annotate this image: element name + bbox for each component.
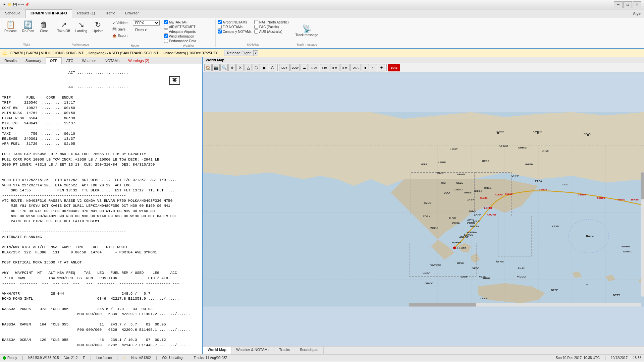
wx-text: WX: Updating: [162, 356, 183, 360]
map-zoom-in-button[interactable]: 🔍: [220, 64, 228, 71]
pfpx-dropdown[interactable]: PFPX: [133, 20, 160, 26]
map-title: World Map: [203, 57, 644, 63]
map-ifr2-button[interactable]: IFR: [340, 64, 350, 71]
airport-notams-checkbox[interactable]: Airport NOTAMs: [218, 20, 252, 24]
ribbon-tabs: Schedule CPA870 VHHH-KSFO Results (1) Tr…: [0, 9, 644, 18]
landing-button[interactable]: ↘ Landing: [73, 20, 90, 34]
svg-text:NTTT: NTTT: [613, 294, 620, 297]
svg-text:UEMO: UEMO: [454, 188, 463, 191]
map-loy-button[interactable]: LOY: [279, 64, 290, 71]
svg-text:UIAA: UIAA: [444, 191, 450, 194]
map-select-button[interactable]: ✕: [236, 64, 244, 71]
tab-atc[interactable]: ATC: [62, 57, 77, 64]
performance-group: ↗ Take-Off ↘ Landing ↻ Update Performanc…: [53, 19, 108, 47]
tab-browser[interactable]: Browser: [120, 9, 144, 18]
tab-summary[interactable]: Summary: [21, 57, 46, 64]
app-icon: ✈: [3, 2, 6, 7]
metar-taf-checkbox[interactable]: METAR/TAF: [164, 20, 213, 24]
close-button[interactable]: ✕: [633, 1, 641, 8]
svg-text:UIB: UIB: [441, 181, 446, 184]
tab-results[interactable]: Results (1): [72, 9, 100, 18]
company-notams-checkbox[interactable]: Company NOTAMs: [218, 29, 252, 34]
tab-ofp[interactable]: OFP: [46, 57, 62, 64]
map-low-button[interactable]: LOW: [290, 64, 300, 71]
tab-weather-notams[interactable]: Weather & NOTAMs: [231, 347, 274, 354]
map-tam-button[interactable]: TAM: [309, 64, 319, 71]
svg-text:VMFC: VMFC: [423, 272, 430, 275]
svg-text:PORFP: PORFP: [452, 241, 462, 244]
map-arrow-button[interactable]: ↔: [370, 64, 377, 71]
map-fir-button[interactable]: FIR: [320, 64, 329, 71]
airmet-sigmet-checkbox[interactable]: AIRMET/SIGMET: [164, 25, 213, 29]
map-hex-button[interactable]: ⬡: [253, 64, 260, 71]
map-uta-button[interactable]: UTA: [350, 64, 361, 71]
flight-label: Flight: [2, 42, 51, 46]
map-cloud-button[interactable]: ☁: [301, 64, 308, 71]
replan-button[interactable]: 🔄 Re-Plan: [20, 20, 37, 34]
export-button[interactable]: 📤 Export: [110, 33, 130, 39]
adequate-airports-checkbox[interactable]: Adequate Airports: [164, 29, 213, 34]
release-flight-button[interactable]: Release Flight: [224, 50, 254, 56]
titlebar: ✈ 📁 💾 ↩ ↪ 📌 ─ □ ✕: [0, 0, 644, 9]
svg-text:53N60: 53N60: [578, 193, 586, 196]
map-pressure-button[interactable]: 1041: [388, 64, 400, 71]
user-text: Lee Jason: [96, 356, 112, 360]
track-message-button[interactable]: 📡 Track message: [293, 24, 321, 38]
tab-results[interactable]: Results: [0, 57, 21, 64]
map-container[interactable]: 41E20 41E40 41E60 41N70 53N60 58N50 38N4…: [203, 72, 644, 346]
map-text-button[interactable]: A: [269, 64, 276, 71]
svg-text:UHMM: UHMM: [518, 146, 527, 149]
svg-text:ZMUB: ZMUB: [424, 201, 431, 204]
map-triangle-button[interactable]: △: [245, 64, 252, 71]
tab-cpa870[interactable]: CPA870 VHHH-KSFO: [25, 9, 72, 18]
release-button[interactable]: 📋 Release: [2, 20, 19, 34]
weather-label: Weather: [164, 43, 213, 47]
svg-text:VAAF: VAAF: [461, 275, 468, 278]
toolbar-separator-1: [277, 64, 278, 71]
svg-text:DHVV: DHVV: [469, 210, 477, 213]
ribbon-content: 📋 Release 🔄 Re-Plan 🗑 Clear Flight ↗: [0, 18, 644, 48]
svg-text:high: high: [562, 183, 568, 186]
map-zoom-out-button[interactable]: ⊖: [228, 64, 236, 71]
clear-button[interactable]: 🗑 Clear: [37, 20, 51, 34]
svg-rect-101: [409, 303, 476, 307]
svg-text:41N70: 41N70: [539, 188, 547, 191]
wind-information-checkbox[interactable]: Wind information: [164, 34, 213, 38]
svg-text:KZAK: KZAK: [552, 225, 559, 228]
aus-checkbox[interactable]: AUS (Australia): [254, 29, 289, 34]
tab-scratchpad[interactable]: Scratchpad: [295, 347, 324, 354]
maximize-button[interactable]: □: [623, 1, 632, 8]
map-camera-button[interactable]: 📷: [212, 64, 220, 71]
svg-text:VAPO73: VAPO73: [430, 263, 441, 266]
pac-checkbox[interactable]: PAC (Pacific): [254, 25, 289, 29]
tab-warnings[interactable]: Warnings (2): [124, 57, 154, 64]
nat-checkbox[interactable]: NAT (North Atlantic): [254, 20, 289, 24]
tab-schedule[interactable]: Schedule: [0, 9, 25, 18]
tab-notams[interactable]: NOTAMs: [100, 57, 124, 64]
ofp-content[interactable]: ACT ....... ....... ....... 英 ACT ......…: [0, 64, 202, 354]
tab-traffic[interactable]: Traffic: [100, 9, 120, 18]
save-button[interactable]: 💾 Save: [110, 26, 130, 32]
tab-weather[interactable]: Weather: [78, 57, 100, 64]
ribbon: Schedule CPA870 VHHH-KSFO Results (1) Tr…: [0, 9, 644, 49]
map-ifr1-button[interactable]: IFR: [330, 64, 339, 71]
map-play-button[interactable]: ▶: [261, 64, 268, 71]
performance-data-checkbox[interactable]: Performance Data: [164, 39, 213, 43]
map-plane-button[interactable]: ✈: [378, 64, 385, 71]
svg-text:58N50: 58N50: [597, 196, 605, 199]
warning-icon-status: ⚠: [123, 356, 126, 360]
map-home-button[interactable]: 🏠: [204, 64, 212, 71]
map-toolbar: 🏠 📷 🔍 ⊖ ✕ △ ⬡ ▶ A LOY LOW ☁ TAM FIR IFR …: [203, 63, 644, 72]
svg-point-96: [586, 235, 588, 237]
map-dot-button[interactable]: ●: [362, 64, 369, 71]
validate-button[interactable]: ✔ Validate: [110, 20, 130, 26]
tab-tracks[interactable]: Tracks: [274, 347, 295, 354]
minimize-button[interactable]: ─: [614, 1, 623, 8]
fields-button[interactable]: Fields ▾: [133, 27, 160, 33]
takeoff-button[interactable]: ↗ Take-Off: [55, 20, 72, 34]
svg-point-91: [473, 222, 475, 224]
tab-world-map[interactable]: World Map: [203, 347, 231, 354]
release-flight-dropdown[interactable]: ▾: [254, 50, 258, 56]
update-button[interactable]: ↻ Update: [90, 20, 106, 34]
fir-notams-checkbox[interactable]: FIR NOTAMs: [218, 25, 252, 29]
